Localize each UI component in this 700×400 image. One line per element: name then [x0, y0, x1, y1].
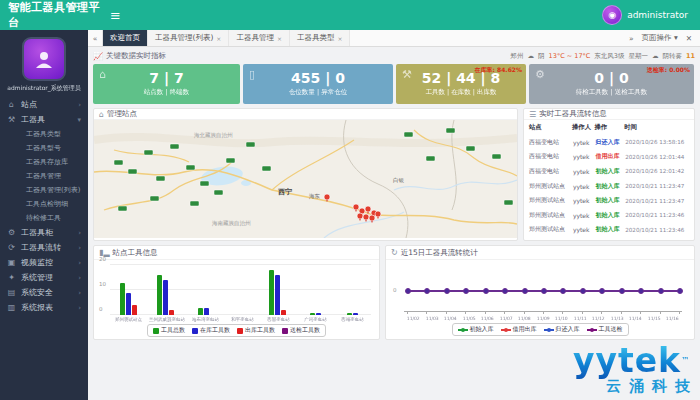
line-data-point[interactable]: [541, 288, 547, 294]
line-x-label: 11/05: [461, 315, 478, 320]
sidebar-item-settings[interactable]: ✦系统管理›: [0, 270, 88, 285]
line-data-point[interactable]: [580, 288, 586, 294]
bar-工具总数[interactable]: [157, 275, 162, 315]
legend-item[interactable]: 工具总数: [153, 326, 185, 335]
kpi-card[interactable]: ⚒在库率: 84.62%52 | 44 | 8工具数 | 在库数 | 出库数: [396, 64, 526, 104]
map-place-label: 海东: [309, 193, 321, 200]
flow-time: 2020/10/21 11:23:47: [624, 193, 694, 208]
bar-在库工具数[interactable]: [353, 313, 358, 316]
legend-item[interactable]: 送检工具数: [282, 326, 320, 335]
flow-user: yytek: [572, 208, 595, 223]
sidebar-item-video[interactable]: ▣视频监控›: [0, 255, 88, 270]
tabs-collapse-right-icon[interactable]: »: [629, 34, 634, 43]
bar-在库工具数[interactable]: [126, 293, 131, 316]
line-data-point[interactable]: [658, 288, 664, 294]
tab-active[interactable]: 欢迎首页: [103, 30, 148, 46]
line-data-point[interactable]: [405, 288, 411, 294]
line-data-point[interactable]: [599, 288, 605, 294]
flow-operation: 借用出库: [595, 150, 625, 165]
sidebar-item-site[interactable]: ⌂站点›: [0, 97, 88, 112]
sidebar-item-report[interactable]: ▥系统报表›: [0, 300, 88, 315]
line-data-point[interactable]: [638, 288, 644, 294]
flow-time: 2020/10/21 11:23:46: [624, 223, 694, 238]
map-panel: ⌂ 管理站点: [93, 108, 518, 241]
kpi-card[interactable]: ⌂7 | 7站点数 | 终端数: [93, 64, 240, 104]
sidebar-avatar[interactable]: [22, 37, 66, 81]
sidebar-item-label: 系统报表: [21, 302, 73, 313]
page-ops-dropdown[interactable]: 页面操作 ▾: [642, 33, 678, 43]
legend-item[interactable]: 初始入库: [458, 325, 494, 334]
line-data-point[interactable]: [463, 288, 469, 294]
bar-工具总数[interactable]: [198, 308, 203, 316]
bar-在库工具数[interactable]: [275, 275, 280, 315]
legend-item[interactable]: 归还入库: [544, 325, 580, 334]
sidebar-item-flow[interactable]: ⟳工器具流转›: [0, 240, 88, 255]
line-data-point[interactable]: [522, 288, 528, 294]
bar-工具总数[interactable]: [310, 313, 315, 316]
sidebar-item-label: 站点: [21, 99, 73, 110]
user-menu[interactable]: ◉ administrator: [602, 5, 700, 25]
bar-在库工具数[interactable]: [316, 313, 321, 316]
line-data-point[interactable]: [502, 288, 508, 294]
line-x-label: 11/16: [664, 315, 681, 320]
legend-line-marker: [544, 329, 554, 331]
tabs-collapse-left-icon[interactable]: «: [88, 30, 103, 46]
tab-item[interactable]: 工器具管理×: [229, 30, 290, 46]
bar-group: [110, 265, 147, 315]
line-chart-y-label: 0: [393, 287, 397, 293]
map-svg[interactable]: 海北藏族自治州西宁海东白银海南藏族自治州: [94, 120, 517, 238]
site-icon: ⌂: [7, 100, 16, 109]
sidebar-item-tools[interactable]: ⚒工器具▾: [0, 112, 88, 127]
kpi-card-badge: 送检率: 0.00%: [647, 66, 690, 75]
tab-close-icon[interactable]: ×: [337, 35, 342, 42]
wrench-icon: ⚙: [535, 68, 545, 81]
bar-工具总数[interactable]: [120, 283, 125, 316]
tab-item[interactable]: 工器具类型×: [290, 30, 351, 46]
sidebar-subitem[interactable]: 工具点检明细: [0, 197, 88, 211]
sidebar-subitem[interactable]: 待检修工具: [0, 211, 88, 225]
sidebar-subitem[interactable]: 工器具存放库: [0, 155, 88, 169]
line-chart-title: 近15日工器具流转统计: [401, 248, 478, 258]
kpi-card[interactable]: ⚙送检率: 0.00%0 | 0待检工具数 | 送检工具数: [529, 64, 694, 104]
sidebar-item-cabinet[interactable]: ⚙工器具柜›: [0, 225, 88, 240]
flow-time: 2020/10/26 13:58:16: [624, 135, 694, 150]
line-data-point[interactable]: [619, 288, 625, 294]
flow-user: yytek: [572, 179, 595, 194]
flow-user: yytek: [572, 135, 595, 150]
tab-close-icon[interactable]: ×: [277, 35, 282, 42]
sidebar-subitem[interactable]: 工器具型号: [0, 141, 88, 155]
weather-part: 星期一: [628, 52, 648, 61]
bar-出库工具数[interactable]: [132, 305, 137, 315]
legend-item[interactable]: 出库工具数: [237, 326, 275, 335]
tab-close-icon[interactable]: ×: [216, 35, 221, 42]
legend-item[interactable]: 借用出库: [501, 325, 537, 334]
sidebar-subitem[interactable]: 工器具管理: [0, 169, 88, 183]
refresh-icon: ↻: [391, 248, 398, 257]
brand-logo-text: yytek™: [573, 341, 690, 380]
legend-swatch: [153, 328, 159, 334]
weather-part: 阴转雾: [662, 52, 682, 61]
sidebar-subitem[interactable]: 工器具管理(列表): [0, 183, 88, 197]
bar-工具总数[interactable]: [269, 270, 274, 315]
map-canvas[interactable]: 海北藏族自治州西宁海东白银海南藏族自治州: [94, 120, 517, 241]
kpi-card[interactable]: ▯455 | 0仓位数量 | 异常仓位: [243, 64, 393, 104]
bar-工具总数[interactable]: [347, 313, 352, 316]
line-data-point[interactable]: [483, 288, 489, 294]
menu-toggle-icon[interactable]: ≡: [110, 8, 121, 23]
line-data-point[interactable]: [424, 288, 430, 294]
tabs-close-icon[interactable]: ✕: [686, 34, 692, 43]
tab-item[interactable]: 工器具管理(列表)×: [148, 30, 229, 46]
bar-出库工具数[interactable]: [281, 310, 286, 315]
legend-label: 在库工具数: [200, 326, 230, 335]
bar-在库工具数[interactable]: [204, 308, 209, 316]
line-data-point[interactable]: [560, 288, 566, 294]
legend-item[interactable]: 在库工具数: [192, 326, 230, 335]
line-x-label: 11/04: [442, 315, 459, 320]
sidebar-item-security[interactable]: ▤系统安全›: [0, 285, 88, 300]
bar-出库工具数[interactable]: [169, 310, 174, 315]
bar-在库工具数[interactable]: [163, 280, 168, 315]
sidebar-subitem[interactable]: 工器具类型: [0, 127, 88, 141]
line-data-point[interactable]: [677, 288, 683, 294]
line-data-point[interactable]: [444, 288, 450, 294]
legend-item[interactable]: 工具送检: [587, 325, 623, 334]
